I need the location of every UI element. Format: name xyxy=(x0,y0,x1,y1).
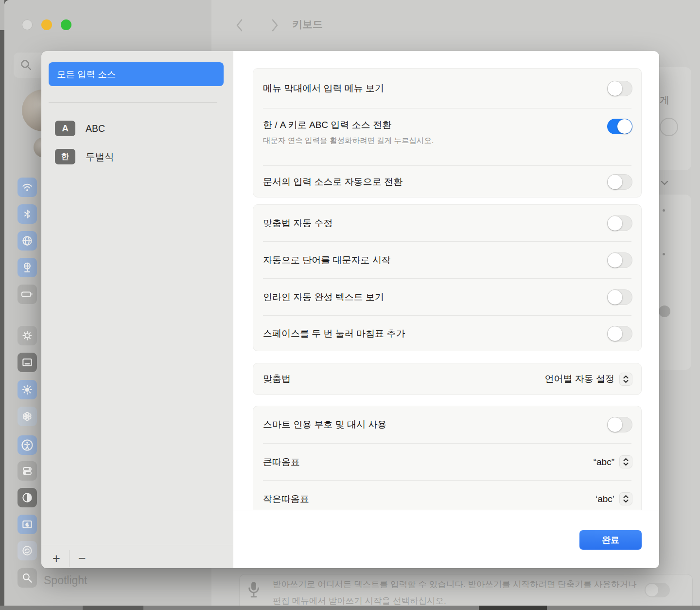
add-input-source-button[interactable]: + xyxy=(46,548,67,568)
setting-row: 자동으로 단어를 대문자로 시작 xyxy=(253,242,641,278)
autocorrect-spelling-toggle[interactable] xyxy=(607,215,632,231)
setting-row: 메뉴 막대에서 입력 메뉴 보기 xyxy=(253,69,641,108)
setting-label: 작은따옴표 xyxy=(263,493,309,505)
close-button[interactable] xyxy=(22,19,33,30)
settings-group: 메뉴 막대에서 입력 메뉴 보기 한 / A 키로 ABC 입력 소스 전환 대… xyxy=(253,68,642,197)
settings-group: 맞춤법 자동 수정 자동으로 단어를 대문자로 시작 인라인 자동 완성 텍스트… xyxy=(253,204,642,351)
vpn-globe-icon[interactable] xyxy=(18,258,37,277)
battery-icon[interactable] xyxy=(18,285,37,304)
setting-label: 인라인 자동 완성 텍스트 보기 xyxy=(263,291,384,304)
input-source-badge: 한 xyxy=(55,149,75,164)
dictation-section: 받아쓰기로 어디서든 텍스트를 입력할 수 있습니다. 받아쓰기를 시작하려면 … xyxy=(239,574,693,606)
popup-stepper-icon[interactable] xyxy=(619,455,632,468)
input-source-label: 두벌식 xyxy=(86,150,114,163)
appearance-icon[interactable] xyxy=(18,488,37,507)
siri-icon[interactable] xyxy=(18,541,37,560)
accessibility-icon[interactable] xyxy=(18,435,37,455)
sidebar-item-spotlight[interactable]: Spotlight xyxy=(44,574,88,587)
popup-value: ‘abc’ xyxy=(595,494,614,504)
wallpaper-icon[interactable] xyxy=(18,407,37,426)
setting-label: 한 / A 키로 ABC 입력 소스 전환 xyxy=(263,119,434,131)
double-quote-popup[interactable]: “abc” xyxy=(594,455,632,468)
occluded-dot xyxy=(663,253,665,255)
input-sources-sheet: 모든 입력 소스 A ABC 한 두벌식 + − 메뉴 막대에서 입력 메뉴 보… xyxy=(41,51,659,568)
setting-row: 맞춤법 자동 수정 xyxy=(253,205,641,241)
setting-label: 메뉴 막대에서 입력 메뉴 보기 xyxy=(263,82,384,95)
occluded-text-fragment: 게 xyxy=(660,93,669,107)
setting-row: 인라인 자동 완성 텍스트 보기 xyxy=(253,279,641,315)
inline-predictive-text-toggle[interactable] xyxy=(607,289,632,305)
setting-label: 큰따옴표 xyxy=(263,456,300,468)
dictation-text-line2: 편집 메뉴에서 받아쓰기 시작을 선택하십시오. xyxy=(273,595,446,606)
displays-icon[interactable] xyxy=(18,380,37,399)
auto-switch-document-source-toggle[interactable] xyxy=(607,174,632,190)
han-a-key-switch-toggle[interactable] xyxy=(607,119,632,134)
background-window-edge xyxy=(0,0,4,30)
capitalize-words-toggle[interactable] xyxy=(607,252,632,268)
input-sources-settings-pane: 메뉴 막대에서 입력 메뉴 보기 한 / A 키로 ABC 입력 소스 전환 대… xyxy=(233,51,659,568)
settings-group: 맞춤법 언어별 자동 설정 xyxy=(253,363,642,395)
setting-label: 맞춤법 자동 수정 xyxy=(263,217,333,230)
forward-chevron-icon[interactable] xyxy=(270,18,280,33)
settings-group: 스마트 인용 부호 및 대시 사용 큰따옴표 “abc” 작은따옴표 ‘abc’ xyxy=(253,406,642,510)
sidebar-bottom-separator xyxy=(41,545,233,545)
microphone-icon xyxy=(246,579,261,603)
setting-label: 문서의 입력 소스로 자동으로 전환 xyxy=(263,176,402,188)
occluded-chevron-fragment xyxy=(661,179,668,188)
search-icon xyxy=(20,59,33,72)
button-divider xyxy=(69,550,70,567)
input-sources-sidebar: 모든 입력 소스 A ABC 한 두벌식 + − xyxy=(41,51,233,568)
remove-input-source-button[interactable]: − xyxy=(72,548,92,568)
desktop-edge-segment xyxy=(83,606,143,610)
spelling-popup[interactable]: 언어별 자동 설정 xyxy=(544,373,632,386)
popup-stepper-icon[interactable] xyxy=(619,373,632,386)
selected-item-label: 모든 입력 소스 xyxy=(57,68,116,80)
occluded-control-fragment xyxy=(660,118,678,136)
setting-row: 작은따옴표 ‘abc’ xyxy=(253,481,641,510)
wifi-icon[interactable] xyxy=(18,178,37,197)
show-input-menu-toggle[interactable] xyxy=(607,81,632,96)
minimize-button[interactable] xyxy=(41,19,52,30)
input-source-item-abc[interactable]: A ABC xyxy=(55,120,105,137)
page-title: 키보드 xyxy=(292,18,323,31)
setting-label: 자동으로 단어를 대문자로 시작 xyxy=(263,254,391,267)
setting-label: 맞춤법 xyxy=(263,373,291,385)
input-source-badge: A xyxy=(55,121,75,136)
setting-row: 스마트 인용 부호 및 대시 사용 xyxy=(253,406,641,443)
setting-row: 문서의 입력 소스로 자동으로 전환 xyxy=(253,166,641,198)
desktop-dock-icon[interactable] xyxy=(18,353,37,372)
popup-stepper-icon[interactable] xyxy=(619,492,632,505)
desktop-edge-segment xyxy=(479,606,547,610)
single-quote-popup[interactable]: ‘abc’ xyxy=(595,492,632,505)
popup-value: 언어별 자동 설정 xyxy=(544,373,614,385)
setting-row: 큰따옴표 “abc” xyxy=(253,444,641,480)
occluded-toggle-fragment xyxy=(659,305,670,317)
dictation-toggle[interactable] xyxy=(645,583,670,597)
bluetooth-icon[interactable] xyxy=(18,204,37,224)
general-gear-icon[interactable] xyxy=(18,326,37,345)
setting-row: 맞춤법 언어별 자동 설정 xyxy=(253,363,641,395)
footer-separator xyxy=(233,510,659,510)
occluded-dot xyxy=(663,209,665,212)
dictation-text-line1: 받아쓰기로 어디서든 텍스트를 입력할 수 있습니다. 받아쓰기를 시작하려면 … xyxy=(273,578,637,590)
popup-value: “abc” xyxy=(594,457,614,467)
control-center-icon[interactable] xyxy=(18,461,37,481)
smart-quotes-dashes-toggle[interactable] xyxy=(607,417,632,432)
screen-saver-icon[interactable] xyxy=(18,515,37,534)
double-space-period-toggle[interactable] xyxy=(607,326,632,341)
input-source-item-dubeolsik[interactable]: 한 두벌식 xyxy=(55,148,114,165)
done-button[interactable]: 완료 xyxy=(579,530,642,550)
zoom-button[interactable] xyxy=(61,19,71,30)
sidebar-separator xyxy=(49,102,217,103)
setting-row: 한 / A 키로 ABC 입력 소스 전환 대문자 연속 입력을 활성화하려면 … xyxy=(253,108,641,165)
sidebar-item-all-input-sources[interactable]: 모든 입력 소스 xyxy=(49,62,224,86)
input-source-label: ABC xyxy=(86,123,105,134)
spotlight-icon[interactable] xyxy=(18,568,37,588)
setting-sublabel: 대문자 연속 입력을 활성화하려면 길게 누르십시오. xyxy=(263,136,434,146)
network-icon[interactable] xyxy=(18,231,37,251)
setting-label: 스마트 인용 부호 및 대시 사용 xyxy=(263,418,386,431)
setting-label: 스페이스를 두 번 눌러 마침표 추가 xyxy=(263,327,405,340)
setting-row: 스페이스를 두 번 눌러 마침표 추가 xyxy=(253,316,641,351)
back-chevron-icon[interactable] xyxy=(235,18,245,33)
